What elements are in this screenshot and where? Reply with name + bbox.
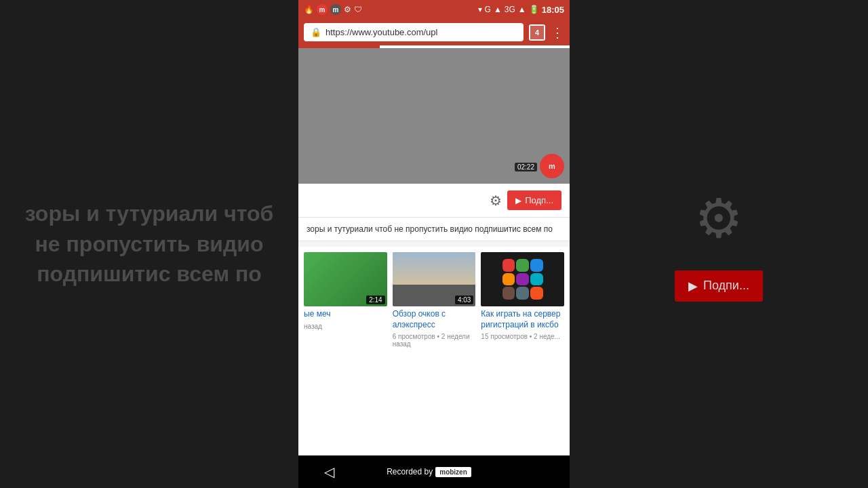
address-bar[interactable]: 🔒 https://www.youtube.com/upl: [304, 23, 524, 41]
app-icon-7: [502, 287, 515, 300]
video-duration: 02:22: [515, 163, 537, 171]
settings-status-icon: ⚙: [344, 5, 351, 14]
shield-icon: 🛡: [354, 5, 362, 14]
channel-info-bar: ⚙ ▶ Подп...: [298, 184, 570, 218]
network-icon: ▲: [494, 5, 502, 14]
video-title-2: Обзор очков с алэкспресс: [393, 309, 476, 330]
background-left: зоры и тутуриали чтоб не пропустить види…: [0, 0, 298, 488]
lock-icon: 🔒: [311, 27, 321, 37]
status-bar: 🔥 m m ⚙ 🛡 ▾ G ▲ 3G ▲ 🔋 18:05: [298, 0, 570, 19]
channel-description: зоры и тутуриали чтоб не пропустить види…: [298, 218, 570, 241]
video-card-2[interactable]: 4:03 Обзор очков с алэкспресс 6 просмотр…: [393, 252, 476, 348]
app-icon-6: [530, 273, 543, 286]
video-recommendations: 2:14 ые меч назад 4:03 Обзор очков с алэ…: [298, 247, 570, 455]
m-icon: m: [317, 4, 328, 15]
video-card-1[interactable]: 2:14 ые меч назад: [304, 252, 387, 348]
app-icon-4: [502, 273, 515, 286]
app-icon-1: [502, 259, 515, 272]
channel-settings-icon[interactable]: ⚙: [490, 192, 502, 209]
status-icons-left: 🔥 m m ⚙ 🛡: [304, 4, 362, 15]
section-separator: [298, 241, 570, 247]
youtube-icon: ▶: [515, 196, 521, 205]
video-thumb-1: 2:14: [304, 252, 387, 306]
bg-subscribe-button[interactable]: ▶ Подпи...: [675, 270, 763, 302]
status-right: ▾ G ▲ 3G ▲ 🔋 18:05: [478, 5, 564, 15]
video-player[interactable]: m 02:22: [298, 48, 570, 184]
video-meta-1: назад: [304, 323, 387, 330]
status-time: 18:05: [542, 5, 564, 15]
subscribe-label: Подп...: [525, 195, 553, 205]
subscribe-button[interactable]: ▶ Подп...: [507, 190, 561, 210]
background-right: ⚙ ▶ Подпи...: [570, 0, 868, 488]
video-title-3: Как играть на сервер ригистраций в иксбо: [481, 309, 564, 330]
app-icon-8: [516, 287, 529, 300]
back-button[interactable]: ◁: [324, 464, 334, 480]
gear-icon: ⚙: [694, 187, 743, 250]
channel-badge: m: [540, 154, 564, 178]
bg-text-left: зоры и тутуриали чтоб не пропустить види…: [0, 185, 298, 303]
url-text: https://www.youtube.com/upl: [326, 27, 437, 37]
chrome-toolbar: 🔒 https://www.youtube.com/upl 4 ⋮: [298, 19, 570, 45]
duration-badge-1: 2:14: [366, 296, 384, 304]
video-title-1: ые меч: [304, 309, 387, 320]
mobizen-logo: mobizen: [435, 467, 471, 477]
wifi-icon: ▾: [478, 5, 482, 14]
youtube-content: m 02:22 ⚙ ▶ Подп... зоры и тутуриали что…: [298, 48, 570, 455]
signal-bars: ▲: [518, 5, 526, 14]
chrome-menu-button[interactable]: ⋮: [551, 24, 564, 41]
phone-frame: 🔥 m m ⚙ 🛡 ▾ G ▲ 3G ▲ 🔋 18:05 🔒 https://w…: [298, 0, 570, 488]
yt-logo-icon: ▶: [688, 279, 698, 293]
signal-text: G: [485, 5, 491, 14]
battery-icon: 🔋: [529, 5, 539, 14]
video-row: 2:14 ые меч назад 4:03 Обзор очков с алэ…: [298, 247, 570, 353]
recorded-by-label: Recorded by mobizen: [387, 467, 471, 477]
bottom-navigation: ◁ Recorded by mobizen: [298, 455, 570, 488]
network-type: 3G: [505, 5, 515, 14]
duration-badge-2: 4:03: [455, 296, 473, 304]
fire-icon: 🔥: [304, 5, 314, 14]
m2-icon: m: [330, 4, 341, 15]
app-icon-2: [516, 259, 529, 272]
app-icon-5: [516, 273, 529, 286]
app-icon-3: [530, 259, 543, 272]
app-icon-9: [530, 287, 543, 300]
video-thumb-2: 4:03: [393, 252, 476, 306]
video-card-3[interactable]: Как играть на сервер ригистраций в иксбо…: [481, 252, 564, 348]
tabs-button[interactable]: 4: [529, 24, 545, 41]
video-meta-2: 6 просмотров • 2 недели назад: [393, 333, 476, 348]
video-thumb-3: [481, 252, 564, 306]
video-meta-3: 15 просмотров • 2 неде...: [481, 333, 564, 340]
